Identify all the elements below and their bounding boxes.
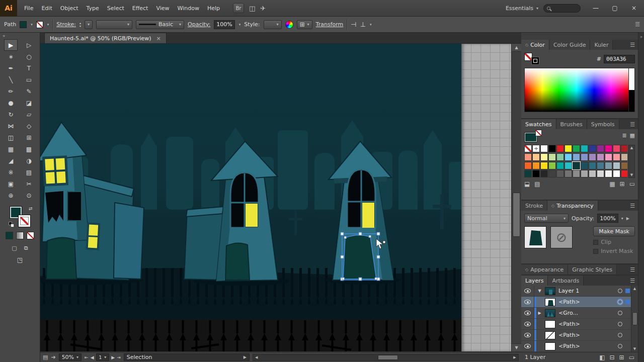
horizontal-scrollbar[interactable]: ◀ ▶ bbox=[253, 354, 519, 361]
layers-scrollbar[interactable]: ▲ ▼ bbox=[631, 286, 638, 352]
swatch-scrollbar[interactable]: ▲ ▼ bbox=[628, 145, 635, 178]
scroll-up-icon[interactable]: ▲ bbox=[512, 44, 521, 52]
draw-behind-icon[interactable]: ⧉ bbox=[24, 245, 28, 251]
swatch[interactable] bbox=[589, 170, 596, 177]
vertical-scroll-thumb[interactable] bbox=[513, 193, 520, 237]
swatch-kinds-icon[interactable]: ▤ bbox=[534, 180, 540, 188]
layer-name[interactable]: <Path> bbox=[557, 299, 615, 305]
swatch[interactable] bbox=[581, 153, 588, 161]
first-artboard-icon[interactable]: ⇤ bbox=[85, 355, 89, 360]
collapse-toolbar-icon[interactable]: « bbox=[0, 33, 40, 39]
gradient-button[interactable] bbox=[16, 232, 24, 239]
swatch[interactable] bbox=[556, 145, 564, 152]
transform-panel-link[interactable]: Transform bbox=[316, 21, 344, 28]
shape-builder-tool[interactable]: ◫ bbox=[4, 132, 18, 143]
visibility-toggle[interactable] bbox=[521, 341, 534, 351]
type-tool[interactable]: T bbox=[22, 62, 36, 74]
grid-view-icon[interactable]: ▦ bbox=[630, 132, 635, 139]
column-graph-tool[interactable]: ▤ bbox=[22, 166, 36, 178]
artboard-canvas[interactable] bbox=[40, 44, 461, 351]
artboard-number-select[interactable]: 1▾ bbox=[96, 353, 110, 361]
variable-width-select[interactable]: ▾ bbox=[96, 20, 132, 29]
mask-thumbnail[interactable]: ⊘ bbox=[550, 226, 573, 248]
visibility-toggle[interactable] bbox=[521, 286, 534, 296]
delete-layer-icon[interactable]: ▭ bbox=[629, 354, 634, 361]
new-sublayer-icon[interactable]: ⊟ bbox=[610, 354, 615, 361]
menu-view[interactable]: View bbox=[152, 0, 173, 17]
swatch[interactable] bbox=[548, 153, 556, 161]
artboard-tool[interactable]: ▣ bbox=[4, 178, 18, 190]
swatch[interactable] bbox=[605, 162, 612, 169]
list-view-icon[interactable]: ≣ bbox=[622, 132, 626, 139]
layer-row-group[interactable]: ▶ <Gro... bbox=[521, 308, 638, 319]
panel-menu-icon[interactable]: ☰ bbox=[627, 276, 638, 286]
panel-menu-icon[interactable]: ☰ bbox=[627, 264, 638, 275]
free-transform-tool[interactable]: ◇ bbox=[22, 120, 36, 132]
previous-artboard-icon[interactable]: ◀ bbox=[91, 355, 94, 360]
hex-value-input[interactable] bbox=[604, 55, 635, 63]
swatch[interactable] bbox=[613, 153, 620, 161]
tab-kuler[interactable]: Kuler bbox=[590, 40, 613, 50]
layer-selection-indicator[interactable] bbox=[625, 289, 630, 293]
screen-mode-icon[interactable]: ◳ bbox=[17, 256, 23, 263]
layer-row-path-2[interactable]: <Path> bbox=[521, 319, 638, 330]
menu-select[interactable]: Select bbox=[103, 0, 128, 17]
opacity-link[interactable]: Opacity: bbox=[188, 21, 210, 28]
horizontal-scroll-thumb[interactable] bbox=[378, 355, 398, 360]
status-popup-icon[interactable]: ▶ bbox=[244, 355, 247, 359]
vertical-scrollbar[interactable]: ▲ ▼ bbox=[511, 44, 521, 351]
swatch[interactable] bbox=[556, 170, 564, 177]
object-thumbnail[interactable] bbox=[524, 226, 546, 248]
swatch[interactable] bbox=[573, 162, 580, 169]
layer-name[interactable]: <Path> bbox=[557, 343, 615, 349]
blend-tool[interactable]: ◑ bbox=[22, 155, 36, 166]
selection-tool[interactable]: ▶ bbox=[4, 39, 18, 51]
new-layer-icon[interactable]: ⊞ bbox=[619, 354, 624, 361]
swatch[interactable] bbox=[524, 170, 532, 177]
expand-triangle-icon[interactable]: ▼ bbox=[536, 289, 543, 293]
control-panel-menu-icon[interactable]: ☰ bbox=[635, 21, 640, 28]
menu-help[interactable]: Help bbox=[203, 0, 224, 17]
swatch[interactable] bbox=[613, 145, 620, 152]
workspace-switcher[interactable]: Essentials▾ bbox=[501, 5, 543, 12]
swatch[interactable] bbox=[532, 145, 540, 152]
horizontal-align-icon[interactable]: ⊣ bbox=[351, 21, 356, 28]
tab-transparency[interactable]: ◇Transparency bbox=[547, 201, 598, 211]
close-icon[interactable]: × bbox=[156, 35, 161, 42]
layers-scroll-thumb[interactable] bbox=[632, 312, 637, 325]
swatch[interactable] bbox=[589, 162, 596, 169]
swatch[interactable] bbox=[597, 170, 604, 177]
delete-swatch-icon[interactable]: ▭ bbox=[629, 180, 635, 188]
swatch[interactable] bbox=[613, 170, 620, 177]
symbol-sprayer-tool[interactable]: ※ bbox=[4, 166, 18, 178]
panel-menu-icon[interactable]: ☰ bbox=[627, 119, 638, 129]
color-spectrum[interactable] bbox=[524, 68, 629, 112]
swatch[interactable] bbox=[581, 145, 588, 152]
gradient-tool[interactable]: ▩ bbox=[22, 143, 36, 155]
swatch[interactable] bbox=[548, 162, 556, 169]
rotate-view-icon[interactable]: ➔ bbox=[51, 354, 55, 360]
perspective-grid-tool[interactable]: ⊞ bbox=[22, 132, 36, 143]
scroll-down-icon[interactable]: ▼ bbox=[630, 173, 633, 177]
swatch[interactable] bbox=[589, 153, 596, 161]
last-artboard-icon[interactable]: ⇥ bbox=[117, 355, 121, 360]
visibility-toggle[interactable] bbox=[521, 319, 534, 329]
eraser-tool[interactable]: ◪ bbox=[22, 97, 36, 109]
layer-target-icon[interactable] bbox=[618, 300, 622, 304]
swatch[interactable] bbox=[597, 162, 604, 169]
swap-fill-stroke-icon[interactable]: ⇄ bbox=[29, 206, 33, 211]
swatch[interactable] bbox=[597, 145, 604, 152]
tab-symbols[interactable]: Symbols bbox=[587, 119, 619, 129]
swatch[interactable] bbox=[540, 145, 548, 152]
menu-window[interactable]: Window bbox=[174, 0, 203, 17]
swatch[interactable] bbox=[605, 145, 612, 152]
new-color-group-icon[interactable]: ▦ bbox=[609, 180, 615, 188]
recolor-artwork-icon[interactable] bbox=[285, 21, 293, 29]
menu-effect[interactable]: Effect bbox=[128, 0, 152, 17]
swatch-libraries-icon[interactable]: ⬓ bbox=[524, 180, 530, 188]
make-mask-button[interactable]: Make Mask bbox=[593, 226, 635, 236]
make-clipping-mask-icon[interactable]: ◧ bbox=[599, 354, 605, 361]
swatch[interactable] bbox=[565, 153, 572, 161]
draw-normal-icon[interactable]: ▢ bbox=[12, 245, 17, 251]
cs-live-icon[interactable]: ✈ bbox=[260, 5, 266, 12]
